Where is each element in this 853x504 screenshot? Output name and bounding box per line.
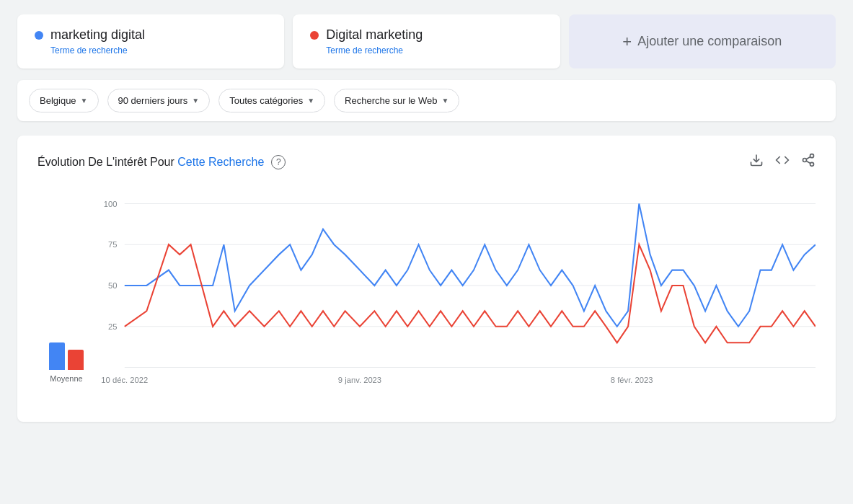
search-type-chevron-icon: ▼ (441, 97, 448, 105)
category-filter[interactable]: Toutes catégories ▼ (218, 89, 325, 112)
term-1-label: marketing digital (50, 27, 145, 43)
period-filter[interactable]: 90 derniers jours ▼ (107, 89, 211, 112)
chart-header: Évolution De L'intérêt Pour Cette Recher… (37, 153, 816, 171)
svg-text:8 févr. 2023: 8 févr. 2023 (611, 376, 653, 384)
search-type-filter-label: Recherche sur le Web (345, 95, 437, 106)
term-1-subtitle: Terme de recherche (35, 45, 267, 56)
download-button[interactable] (749, 153, 764, 171)
svg-point-2 (803, 159, 807, 162)
svg-line-5 (806, 156, 810, 159)
country-filter[interactable]: Belgique ▼ (29, 89, 99, 112)
line-chart-svg: 100 75 50 25 10 déc. 2022 9 janv. 2023 8… (95, 188, 816, 404)
svg-point-1 (810, 154, 814, 158)
search-type-filter[interactable]: Recherche sur le Web ▼ (334, 89, 459, 112)
term-1-dot (35, 31, 43, 40)
legend-label: Moyenne (50, 374, 82, 383)
country-filter-label: Belgique (40, 95, 76, 106)
red-line (125, 244, 816, 342)
svg-point-3 (810, 162, 814, 166)
term-2-label: Digital marketing (326, 27, 423, 43)
svg-line-4 (806, 161, 810, 163)
filters-row: Belgique ▼ 90 derniers jours ▼ Toutes ca… (17, 80, 836, 121)
help-icon[interactable]: ? (271, 155, 286, 169)
term-card-2: Digital marketing Terme de recherche (293, 14, 560, 68)
add-comparison-label: Ajouter une comparaison (637, 34, 782, 49)
term-card-1-title: marketing digital (35, 27, 267, 43)
blue-line (125, 203, 816, 326)
share-button[interactable] (801, 153, 816, 171)
term-2-subtitle: Terme de recherche (310, 45, 542, 56)
term-card-1: marketing digital Terme de recherche (17, 14, 284, 68)
legend-bar-red (68, 350, 84, 370)
chart-area: 100 75 50 25 10 déc. 2022 9 janv. 2023 8… (95, 188, 816, 404)
category-filter-label: Toutes catégories (229, 95, 303, 106)
svg-text:9 janv. 2023: 9 janv. 2023 (338, 376, 381, 384)
legend-bar-blue (49, 342, 65, 370)
svg-text:10 déc. 2022: 10 déc. 2022 (101, 376, 148, 384)
period-chevron-icon: ▼ (192, 97, 199, 105)
chart-title: Évolution De L'intérêt Pour Cette Recher… (37, 156, 264, 169)
svg-text:50: 50 (108, 281, 117, 290)
add-comparison-card[interactable]: + Ajouter une comparaison (569, 14, 836, 68)
plus-icon: + (622, 32, 632, 51)
svg-text:25: 25 (108, 322, 117, 331)
term-card-2-title: Digital marketing (310, 27, 542, 43)
chart-title-static: Évolution De L'intérêt Pour (37, 156, 177, 168)
term-2-dot (310, 31, 319, 40)
svg-text:100: 100 (104, 199, 118, 208)
period-filter-label: 90 derniers jours (118, 95, 188, 106)
svg-text:75: 75 (108, 240, 117, 249)
country-chevron-icon: ▼ (81, 97, 88, 105)
chart-section: Évolution De L'intérêt Pour Cette Recher… (17, 136, 836, 422)
code-button[interactable] (775, 153, 790, 171)
chart-legend: Moyenne (37, 188, 95, 404)
category-chevron-icon: ▼ (307, 97, 314, 105)
chart-container: Moyenne 100 75 50 25 (37, 188, 816, 404)
